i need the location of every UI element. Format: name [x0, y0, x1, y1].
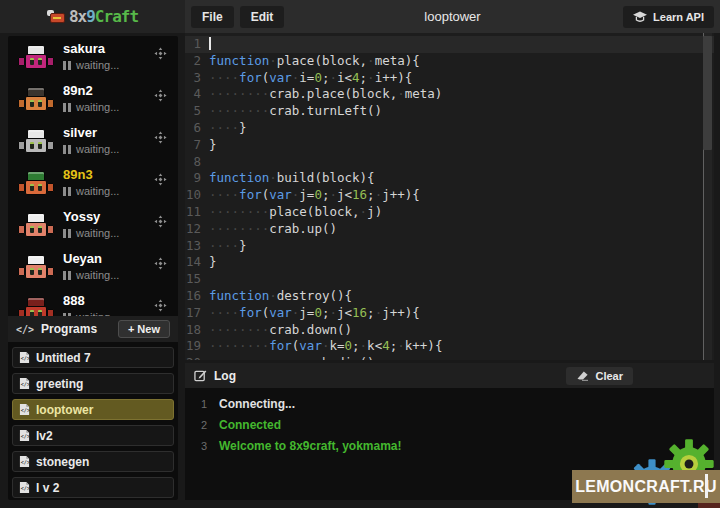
player-avatar-icon	[18, 297, 54, 316]
player-row[interactable]: Ueyan waiting...	[8, 246, 178, 288]
text-cursor	[209, 37, 211, 50]
sidebar: sakura waiting... 89n2 waiting...	[8, 36, 178, 500]
code-text: ········crab.place(block,·meta)	[209, 86, 442, 103]
code-line[interactable]: 18 ········crab.down()	[185, 322, 714, 339]
log-line-text: Connected	[219, 415, 281, 436]
code-line[interactable]: 1	[185, 36, 714, 53]
program-item[interactable]: </> stonegen	[12, 451, 174, 472]
log-header: Log Clear	[185, 363, 714, 388]
code-text: ····for(var·j=0;·j<16;·j++){	[209, 305, 420, 322]
player-row[interactable]: Yossy waiting...	[8, 204, 178, 246]
player-row[interactable]: 89n3 waiting...	[8, 162, 178, 204]
program-item[interactable]: </> l v 2	[12, 477, 174, 498]
edit-menu-button[interactable]: Edit	[240, 6, 285, 28]
code-line[interactable]: 15	[185, 271, 714, 288]
code-line[interactable]: 11 ········place(block,·j)	[185, 204, 714, 221]
logo-area: 8x9Craft	[0, 0, 185, 33]
move-icon[interactable]	[154, 215, 167, 228]
code-line[interactable]: 9 function·build(block){	[185, 170, 714, 187]
program-file-icon: </>	[19, 403, 30, 416]
learn-api-button[interactable]: Learn API	[623, 6, 714, 28]
svg-text:</>: </>	[21, 355, 30, 361]
svg-text:</>: </>	[21, 485, 30, 491]
code-line[interactable]: 19 ········for(var·k=0;·k<4;·k++){	[185, 338, 714, 355]
program-label: stonegen	[36, 455, 89, 469]
learn-api-label: Learn API	[653, 11, 704, 23]
player-avatar-icon	[18, 45, 54, 71]
code-line[interactable]: 4 ········crab.place(block,·meta)	[185, 86, 714, 103]
player-name: 888	[63, 293, 85, 308]
log-line-number: 2	[185, 415, 219, 436]
player-row[interactable]: 89n2 waiting...	[8, 78, 178, 120]
player-row[interactable]: silver waiting...	[8, 120, 178, 162]
code-line[interactable]: 17 ····for(var·j=0;·j<16;·j++){	[185, 305, 714, 322]
player-name: Yossy	[63, 209, 100, 224]
move-icon[interactable]	[154, 131, 167, 144]
line-number: 6	[185, 120, 209, 137]
watermark-shadow	[698, 503, 720, 508]
log-body: 1 Connecting... 2 Connected 3 Welcome to…	[185, 388, 714, 500]
program-file-icon: </>	[19, 481, 30, 494]
player-status: waiting...	[63, 59, 119, 71]
pause-icon	[63, 229, 71, 238]
editor-scrollbar-thumb[interactable]	[703, 36, 712, 150]
player-row[interactable]: 888 waiting...	[8, 288, 178, 316]
code-text: ············crab.dig()	[209, 355, 375, 360]
player-status-text: waiting...	[76, 143, 119, 155]
program-item[interactable]: </> looptower	[12, 399, 174, 420]
log-line-number: 1	[185, 394, 219, 415]
pause-icon	[63, 103, 71, 112]
player-status-text: waiting...	[76, 311, 119, 316]
move-icon[interactable]	[154, 89, 167, 102]
code-line[interactable]: 10 ····for(var·j=0;·j<16;·j++){	[185, 187, 714, 204]
code-icon: </>	[16, 324, 34, 335]
code-text: ········crab.down()	[209, 322, 352, 339]
line-number: 1	[185, 36, 209, 53]
log-line-number: 3	[185, 436, 219, 457]
player-name: 89n3	[63, 167, 93, 182]
svg-text:</>: </>	[21, 407, 30, 413]
code-text: ········crab.up()	[209, 221, 337, 238]
svg-text:</>: </>	[21, 433, 30, 439]
clear-log-button[interactable]: Clear	[566, 367, 633, 385]
player-list: sakura waiting... 89n2 waiting...	[8, 36, 178, 316]
log-title: Log	[214, 369, 559, 383]
line-number: 14	[185, 254, 209, 271]
code-line[interactable]: 3 ····for(var·i=0;·i<4;·i++){	[185, 70, 714, 87]
pause-icon	[63, 271, 71, 280]
player-status: waiting...	[63, 269, 119, 281]
move-icon[interactable]	[154, 299, 167, 312]
program-item[interactable]: </> greeting	[12, 373, 174, 394]
log-line: 2 Connected	[185, 415, 714, 436]
pause-icon	[63, 61, 71, 70]
code-line[interactable]: 13 ····}	[185, 238, 714, 255]
code-line[interactable]: 20 ············crab.dig()	[185, 355, 714, 360]
move-icon[interactable]	[154, 257, 167, 270]
code-line[interactable]: 2 function·place(block,·meta){	[185, 53, 714, 70]
code-line[interactable]: 5 ········crab.turnLeft()	[185, 103, 714, 120]
move-icon[interactable]	[154, 47, 167, 60]
code-text: ········for(var·k=0;·k<4;·k++){	[209, 338, 442, 355]
code-line[interactable]: 8	[185, 154, 714, 171]
player-name: Ueyan	[63, 251, 102, 266]
program-file-icon: </>	[19, 455, 30, 468]
code-line[interactable]: 16 function·destroy(){	[185, 288, 714, 305]
line-number: 20	[185, 355, 209, 360]
code-line[interactable]: 6 ····}	[185, 120, 714, 137]
code-line[interactable]: 14 }	[185, 254, 714, 271]
player-row[interactable]: sakura waiting...	[8, 36, 178, 78]
program-file-icon: </>	[19, 377, 30, 390]
program-item[interactable]: </> lv2	[12, 425, 174, 446]
code-line[interactable]: 7 }	[185, 137, 714, 154]
code-editor[interactable]: 1 2 function·place(block,·meta){ 3 ····f…	[185, 33, 714, 360]
new-program-button[interactable]: + New	[118, 320, 170, 338]
player-status: waiting...	[63, 227, 119, 239]
line-number: 9	[185, 170, 209, 187]
move-icon[interactable]	[154, 173, 167, 186]
player-avatar-icon	[18, 213, 54, 239]
log-line-text: Connecting...	[219, 394, 295, 415]
program-item[interactable]: </> Untitled 7	[12, 347, 174, 368]
code-line[interactable]: 12 ········crab.up()	[185, 221, 714, 238]
player-status-text: waiting...	[76, 59, 119, 71]
file-menu-button[interactable]: File	[191, 6, 234, 28]
